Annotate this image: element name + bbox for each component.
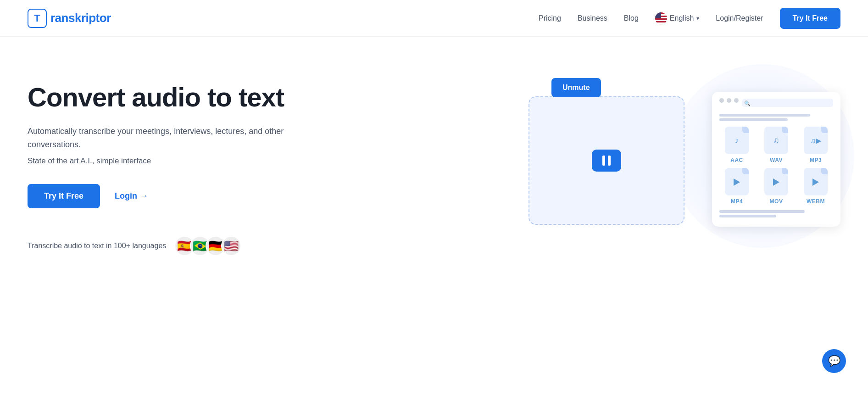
pause-button[interactable] [592, 150, 621, 172]
file-icon-mp4 [725, 168, 749, 195]
dot-3 [734, 98, 739, 103]
browser-address-bar: 🔍 [742, 99, 833, 107]
text-line-4 [719, 215, 776, 217]
logo-link[interactable]: T ranskriptor [28, 9, 111, 28]
nav-pricing[interactable]: Pricing [539, 14, 561, 22]
pause-icon [602, 156, 611, 166]
nav-login-register[interactable]: Login/Register [716, 14, 763, 22]
languages-text: Transcribe audio to text in 100+ languag… [28, 242, 166, 250]
pause-bar-right [608, 156, 611, 166]
logo-text: ranskriptor [50, 11, 111, 25]
hero-title: Convert audio to text [28, 83, 312, 112]
svg-rect-5 [655, 12, 661, 18]
audio-note-icon-3: ♫▶ [810, 136, 821, 145]
text-line-1 [719, 114, 810, 117]
svg-rect-4 [655, 22, 667, 24]
file-mov: MOV [759, 168, 794, 205]
arrow-icon: → [140, 191, 148, 201]
file-wav: ♫ WAV [759, 127, 794, 163]
hero-try-free-button[interactable]: Try It Free [28, 184, 100, 208]
hero-subtitle: Automatically transcribe your meetings, … [28, 125, 312, 151]
files-grid: ♪ AAC ♫ WAV ♫▶ MP3 [719, 127, 833, 205]
file-aac: ♪ AAC [719, 127, 754, 163]
hero-section: Convert audio to text Automatically tran… [0, 37, 868, 294]
navbar: T ranskriptor Pricing Business Blog Engl… [0, 0, 868, 37]
text-line-3 [719, 210, 805, 213]
file-label-mp4: MP4 [731, 198, 743, 205]
language-selector[interactable]: English ▾ [655, 12, 699, 24]
file-label-aac: AAC [730, 157, 743, 163]
play-icon-mov [773, 178, 779, 186]
audio-note-icon: ♪ [735, 136, 739, 145]
chat-bubble-button[interactable]: 💬 [822, 349, 846, 373]
svg-rect-3 [655, 20, 667, 21]
file-icon-aac: ♪ [725, 127, 749, 154]
player-card [529, 96, 684, 225]
text-lines-area [719, 114, 833, 121]
file-label-mov: MOV [770, 198, 783, 205]
file-icon-webm [804, 168, 828, 195]
hero-languages: Transcribe audio to text in 100+ languag… [28, 236, 312, 256]
file-label-mp3: MP3 [810, 157, 822, 163]
file-mp3: ♫▶ MP3 [798, 127, 833, 163]
file-label-wav: WAV [770, 157, 783, 163]
file-label-webm: WEBM [807, 198, 825, 205]
flag-us-icon [655, 12, 667, 24]
flag-us: 🇺🇸 [221, 236, 241, 256]
nav-try-free-button[interactable]: Try It Free [780, 8, 840, 29]
login-text: Login [115, 191, 137, 201]
file-icon-mov [764, 168, 788, 195]
nav-links: Pricing Business Blog English ▾ Login/Re… [539, 8, 840, 29]
logo-icon: T [28, 9, 47, 28]
file-icon-wav: ♫ [764, 127, 788, 154]
search-icon: 🔍 [744, 100, 751, 106]
hero-subtext: State of the art A.I., simple interface [28, 156, 312, 166]
hero-content-left: Convert audio to text Automatically tran… [28, 73, 312, 256]
unmute-button[interactable]: Unmute [551, 78, 601, 97]
text-lines-bottom [719, 210, 833, 217]
play-icon-webm [812, 178, 819, 186]
audio-note-icon-2: ♫ [773, 136, 779, 145]
language-label: English [670, 14, 694, 22]
hero-buttons: Try It Free Login → [28, 184, 312, 208]
pause-bar-left [602, 156, 605, 166]
chat-icon: 💬 [828, 355, 840, 367]
chevron-down-icon: ▾ [696, 15, 699, 22]
play-icon-mp4 [734, 178, 740, 186]
browser-top-bar: 🔍 [719, 98, 833, 107]
files-card: 🔍 ♪ AAC ♫ [712, 92, 840, 227]
dot-2 [727, 98, 731, 103]
file-icon-mp3: ♫▶ [804, 127, 828, 154]
file-webm: WEBM [798, 168, 833, 205]
hero-illustration: Unmute 🔍 [529, 73, 840, 266]
text-line-2 [719, 118, 788, 121]
browser-dots [719, 98, 739, 103]
file-mp4: MP4 [719, 168, 754, 205]
flags-group: 🇪🇸 🇧🇷 🇩🇪 🇺🇸 [174, 236, 241, 256]
nav-blog[interactable]: Blog [624, 14, 639, 22]
hero-login-link[interactable]: Login → [115, 191, 148, 201]
dot-1 [719, 98, 724, 103]
nav-business[interactable]: Business [578, 14, 607, 22]
